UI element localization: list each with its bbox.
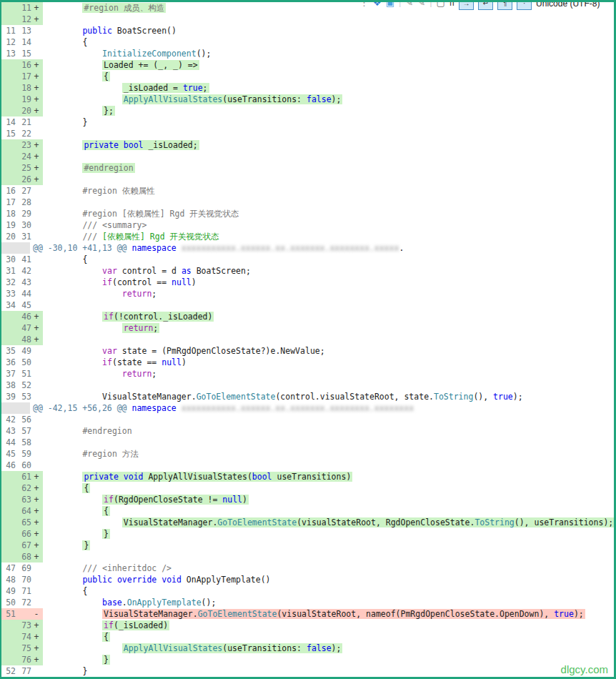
- code-line: {: [43, 505, 614, 517]
- new-line-number: 71: [16, 585, 31, 597]
- line-number-gutter: 3852: [1, 380, 43, 391]
- toggle-spaces-button[interactable]: ·: [517, 2, 532, 10]
- code-line: [43, 334, 614, 345]
- diff-row-add: 18+ _isLoaded = true;: [1, 82, 614, 94]
- diff-row-ctx: 1627 #region 依赖属性: [1, 185, 614, 197]
- old-line-number: 15: [1, 128, 16, 139]
- edit-icon[interactable]: ✎: [405, 2, 413, 9]
- line-number-gutter: 3751: [1, 368, 43, 380]
- frame-icon[interactable]: ▢: [437, 2, 445, 9]
- diff-row-add: 64+ {: [1, 505, 614, 517]
- added-code-highlight: if(!control._isLoaded): [102, 312, 214, 322]
- line-number-gutter: 4870: [1, 574, 43, 585]
- line-number-gutter: 75+: [1, 643, 43, 654]
- new-line-number: 23: [16, 139, 31, 151]
- new-line-number: 18: [16, 82, 31, 94]
- line-number-gutter: 4971: [1, 585, 43, 597]
- line-number-gutter: 1728: [1, 197, 43, 208]
- code-line: [43, 551, 614, 562]
- new-line-number: 64: [16, 505, 31, 517]
- new-line-number: 15: [16, 48, 31, 59]
- line-number-gutter: 3445: [1, 299, 43, 311]
- added-code-highlight: }: [102, 655, 110, 665]
- line-number-gutter: 65+: [1, 517, 43, 528]
- old-line-number: [1, 540, 16, 551]
- line-number-gutter: 3142: [1, 265, 43, 277]
- diff-row-ctx: 1421 }: [1, 117, 614, 128]
- diff-sign: [31, 48, 41, 59]
- new-line-number: 26: [16, 174, 31, 185]
- hunk-gutter: [1, 402, 30, 414]
- old-line-number: 17: [1, 197, 16, 208]
- censored-namespace: xxxxxxxxxxx.xxxxxx.xx.xxxxxxx.xxxxxxxx.x…: [182, 243, 399, 253]
- code-line: #region 依赖属性: [43, 185, 614, 197]
- diff-sign: +: [31, 471, 41, 482]
- compare-icon[interactable]: ❖: [373, 2, 382, 9]
- new-line-number: 25: [16, 162, 31, 174]
- diff-row-ctx: 4458: [1, 437, 614, 448]
- line-number-gutter: 3344: [1, 288, 43, 299]
- code-line: [43, 437, 614, 448]
- diff-row-ctx: 3243 if(control == null): [1, 277, 614, 288]
- code-line: return;: [43, 322, 614, 334]
- old-line-number: 32: [1, 277, 16, 288]
- new-line-number: 77: [16, 665, 31, 677]
- diff-sign: +: [31, 139, 41, 151]
- diff-row-ctx: 3041 {: [1, 254, 614, 265]
- diff-row-hunk: @@ -42,15 +56,26 @@ namespace xxxxxxxxxx…: [1, 402, 614, 414]
- new-line-number: 21: [16, 117, 31, 128]
- overflow-dots-icon[interactable]: ⋮: [359, 2, 369, 9]
- line-number-gutter: 24+: [1, 151, 43, 162]
- line-number-gutter: 1315: [1, 48, 43, 59]
- columns-icon[interactable]: ıı: [449, 2, 454, 9]
- diff-sign: [31, 254, 41, 265]
- line-number-gutter: 17+: [1, 71, 43, 82]
- diff-row-ctx: 4256: [1, 414, 614, 425]
- added-code-highlight: if(_isLoaded): [102, 620, 169, 630]
- new-line-number: 70: [16, 574, 31, 585]
- old-line-number: 16: [1, 185, 16, 197]
- toggle-whitespace-button[interactable]: →: [459, 2, 474, 10]
- old-line-number: 13: [1, 48, 16, 59]
- code-line: /// <inheritdoc />: [43, 562, 614, 574]
- old-line-number: 19: [1, 219, 16, 231]
- diff-sign: +: [31, 322, 41, 334]
- code-line: if(state == null): [43, 357, 614, 368]
- line-number-gutter: 4256: [1, 414, 43, 425]
- new-line-number: 74: [16, 631, 31, 643]
- old-line-number: [1, 643, 16, 654]
- code-line: {: [43, 254, 614, 265]
- new-line-number: 60: [16, 460, 31, 471]
- new-line-number: 67: [16, 540, 31, 551]
- old-line-number: 12: [1, 36, 16, 48]
- diff-row-add: 26+: [1, 174, 614, 185]
- new-line-number: 51: [16, 368, 31, 380]
- edit-icon-2[interactable]: ✎: [417, 2, 425, 9]
- line-number-gutter: 11+: [1, 2, 43, 14]
- new-line-number: 46: [16, 311, 31, 322]
- diff-sign: [31, 36, 41, 48]
- new-line-number: 73: [16, 620, 31, 631]
- diff-sign: +: [31, 631, 41, 643]
- diff-sign: +: [31, 494, 41, 505]
- code-line: private bool _isLoaded;: [43, 139, 614, 151]
- line-number-gutter: 1113: [1, 25, 43, 36]
- line-number-gutter: 4458: [1, 437, 43, 448]
- toggle-pilcrow-button[interactable]: ¶: [497, 2, 512, 10]
- save-icon[interactable]: ▣: [386, 2, 394, 9]
- diff-row-ctx: 1930 /// <summary>: [1, 219, 614, 231]
- diff-row-ctx: 4971 {: [1, 585, 614, 597]
- added-code-highlight: _isLoaded = true;: [122, 83, 209, 93]
- old-line-number: [1, 59, 16, 71]
- code-line: public override void OnApplyTemplate(): [43, 574, 614, 585]
- new-line-number: 28: [16, 197, 31, 208]
- old-line-number: [1, 14, 16, 25]
- old-line-number: [1, 2, 16, 14]
- old-line-number: 14: [1, 117, 16, 128]
- toggle-newlines-button[interactable]: ↵: [478, 2, 493, 10]
- diff-sign: [31, 219, 41, 231]
- code-line: if(!control._isLoaded): [43, 311, 614, 322]
- added-code-highlight: Loaded += (_, _) =>: [102, 60, 199, 70]
- line-number-gutter: 63+: [1, 494, 43, 505]
- added-code-highlight: {: [102, 632, 110, 642]
